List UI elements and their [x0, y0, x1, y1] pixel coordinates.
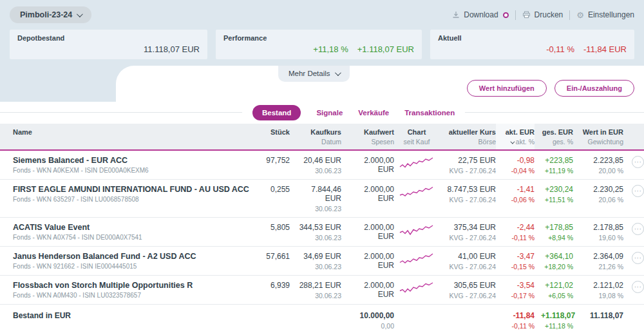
fund-name[interactable]: Flossbach von Storch Multiple Opportunit… — [13, 281, 254, 290]
fund-details: Fonds - WKN A0M430 - ISIN LU0323578657 — [13, 292, 254, 299]
col-header-name[interactable]: Name — [0, 124, 254, 150]
sort-chevron-icon — [510, 140, 515, 144]
mehr-details-button[interactable]: Mehr Details — [278, 66, 350, 82]
mid-strip: Mehr Details Wert hinzufügen Ein-/Auszah… — [0, 66, 644, 102]
kaufkurs-cell: 288,21 EUR30.06.23 — [290, 276, 341, 305]
sparkline-chart — [399, 156, 435, 170]
card-label: Performance — [223, 34, 414, 42]
mehr-details-label: Mehr Details — [289, 70, 330, 77]
settings-button[interactable]: ⚙ Einstellungen — [576, 10, 634, 19]
download-badge-icon — [503, 12, 509, 18]
stueck-cell: 57,661 — [254, 247, 290, 276]
kaufwert-cell: 2.000,00 EUR — [341, 247, 394, 276]
col-header-actions — [623, 124, 644, 150]
table-row[interactable]: Siemens Balanced - EUR ACCFonds - WKN A0… — [0, 150, 644, 180]
ges-cell: +121,02+6,05 % — [535, 276, 573, 305]
row-actions-button[interactable]: ··· — [632, 252, 644, 264]
akt-cell: -3,54-0,17 % — [496, 276, 535, 305]
row-actions-button[interactable]: ··· — [632, 185, 644, 197]
akt-cell: -11,84-0,11 % — [496, 305, 535, 333]
wert-cell: 2.121,0219,08 % — [573, 276, 623, 305]
table-row[interactable]: Flossbach von Storch Multiple Opportunit… — [0, 276, 644, 305]
wert-cell: 2.223,8520,00 % — [573, 150, 623, 180]
chart-cell — [394, 276, 439, 305]
akt-cell: -3,47-0,15 % — [496, 247, 535, 276]
wert-cell: 2.364,0921,26 % — [573, 247, 623, 276]
wert-cell: 2.178,8519,60 % — [573, 218, 623, 247]
col-header-kaufwert[interactable]: KaufwertSpesen — [341, 124, 394, 150]
tab-signale[interactable]: Signale — [316, 109, 343, 117]
action-buttons: Wert hinzufügen Ein-/Auszahlung — [467, 80, 634, 97]
table-row[interactable]: Janus Henderson Balanced Fund - A2 USD A… — [0, 247, 644, 276]
stueck-cell: 0,255 — [254, 180, 290, 218]
kaufkurs-cell: 344,53 EUR30.06.23 — [290, 218, 341, 247]
chart-cell — [394, 247, 439, 276]
tab-bestand[interactable]: Bestand — [252, 105, 301, 120]
table-row[interactable]: FIRST EAGLE AMUNDI INTERNATIONAL FUND - … — [0, 180, 644, 218]
col-header-akt-sorted[interactable]: akt. EURakt. % — [496, 124, 535, 150]
table-row[interactable]: ACATIS Value EventFonds - WKN A0X754 - I… — [0, 218, 644, 247]
wert-hinzufuegen-button[interactable]: Wert hinzufügen — [467, 80, 547, 97]
download-button[interactable]: Download — [452, 10, 508, 19]
chart-cell — [394, 218, 439, 247]
kaufwert-cell: 2.000,00 EUR — [341, 150, 394, 180]
sparkline-chart — [399, 223, 435, 237]
portfolio-selector[interactable]: Pimboli-23-24 — [10, 6, 91, 23]
col-header-kaufkurs[interactable]: KaufkursDatum — [290, 124, 341, 150]
fund-details: Fonds - WKN 635297 - ISIN LU0068578508 — [13, 196, 254, 203]
wert-cell: 2.230,2520,06 % — [573, 180, 623, 218]
row-actions-button[interactable]: ··· — [632, 281, 644, 293]
fund-details: Fonds - WKN A0X754 - ISIN DE000A0X7541 — [13, 234, 254, 241]
tabs: Bestand Signale Verkäufe Transaktionen — [242, 103, 465, 122]
printer-icon — [522, 11, 531, 19]
fund-name[interactable]: Siemens Balanced - EUR ACC — [13, 156, 254, 165]
kaufwert-cell: 10.000,000,00 — [341, 305, 394, 333]
top-band: Pimboli-23-24 Download Drucken ⚙ Einstel… — [0, 0, 644, 66]
portfolio-name: Pimboli-23-24 — [20, 10, 72, 19]
print-button[interactable]: Drucken — [522, 10, 564, 19]
settings-label: Einstellungen — [588, 10, 634, 19]
download-label: Download — [464, 10, 498, 19]
tab-transaktionen[interactable]: Transaktionen — [404, 109, 455, 117]
stueck-cell: 97,752 — [254, 150, 290, 180]
stueck-cell: 6,939 — [254, 276, 290, 305]
ein-auszahlung-button[interactable]: Ein-/Auszahlung — [554, 80, 634, 97]
col-header-wert[interactable]: Wert in EURGewichtung — [573, 124, 623, 150]
performance-value: +1.118,07 EUR — [357, 44, 414, 54]
col-header-chart[interactable]: Chartseit Kauf — [394, 124, 439, 150]
row-actions-button[interactable]: ··· — [632, 223, 644, 235]
card-depotbestand: Depotbestand 11.118,07 EUR — [10, 30, 207, 59]
col-header-stueck[interactable]: Stück — [254, 124, 290, 150]
chart-cell — [394, 180, 439, 218]
sparkline-chart — [399, 185, 435, 199]
kurs-cell: 22,75 EURKVG - 27.06.24 — [439, 150, 496, 180]
sparkline-chart — [399, 252, 435, 266]
kaufwert-cell: 2.000,00 EUR — [341, 218, 394, 247]
ges-cell: +364,10+18,20 % — [535, 247, 573, 276]
kaufwert-cell: 2.000,00 EUR — [341, 180, 394, 218]
wert-cell: 11.118,07 — [573, 305, 623, 333]
chevron-down-icon — [335, 70, 341, 76]
card-label: Aktuell — [438, 34, 627, 42]
kurs-cell: 305,65 EURKVG - 27.06.24 — [439, 276, 496, 305]
gear-icon: ⚙ — [576, 11, 584, 19]
kurs-cell: 375,34 EURKVG - 27.06.24 — [439, 218, 496, 247]
col-header-kurs[interactable]: aktueller KursBörse — [439, 124, 496, 150]
fund-details: Fonds - WKN 921662 - ISIN IE0004445015 — [13, 263, 254, 270]
kurs-cell: 8.747,53 EURKVG - 27.06.24 — [439, 180, 496, 218]
download-icon — [452, 11, 460, 19]
ges-cell: +1.118,07+11,18 % — [535, 305, 573, 333]
divider — [515, 10, 516, 20]
card-aktuell: Aktuell -0,11 % -11,84 EUR — [430, 30, 634, 59]
table-header-row: Name Stück KaufkursDatum KaufwertSpesen … — [0, 124, 644, 150]
akt-cell: -0,98-0,04 % — [496, 150, 535, 180]
aktuell-value: -11,84 EUR — [583, 44, 627, 54]
performance-percent: +11,18 % — [313, 44, 348, 54]
tab-verkaeufe[interactable]: Verkäufe — [358, 109, 389, 117]
fund-name[interactable]: FIRST EAGLE AMUNDI INTERNATIONAL FUND - … — [13, 185, 254, 194]
fund-name[interactable]: ACATIS Value Event — [13, 223, 254, 232]
kurs-cell: 41,00 EURKVG - 27.06.24 — [439, 247, 496, 276]
fund-name[interactable]: Janus Henderson Balanced Fund - A2 USD A… — [13, 252, 254, 261]
col-header-ges[interactable]: ges. EURges. % — [535, 124, 573, 150]
row-actions-button[interactable]: ··· — [632, 156, 644, 168]
